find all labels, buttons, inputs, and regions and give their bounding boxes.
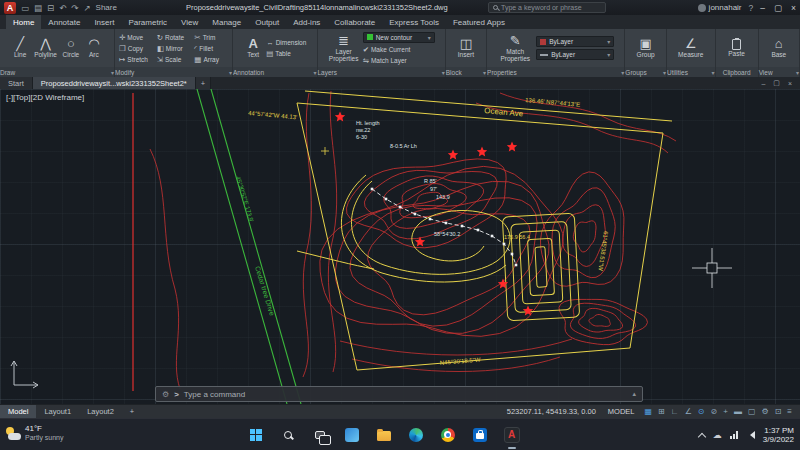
lineweight-dropdown[interactable]: ByLayer ▾ xyxy=(536,49,614,60)
yellow-driveway-loop[interactable] xyxy=(341,175,510,282)
array-tool[interactable]: ▦Array xyxy=(194,55,228,64)
command-history-icon[interactable]: ▴ xyxy=(632,390,636,398)
snap-tracking-icon[interactable]: ⊘ xyxy=(711,407,718,416)
share-label[interactable]: Share xyxy=(96,3,117,12)
command-line[interactable]: ⚙ > Type a command ▴ xyxy=(155,386,643,402)
paste-tool[interactable]: Paste xyxy=(727,39,747,58)
customize-icon[interactable]: ⚙ xyxy=(162,390,169,399)
new-file-icon[interactable]: ▭ xyxy=(21,3,29,13)
share-icon[interactable]: ↗ xyxy=(83,3,90,13)
arc-tool[interactable]: ◠ Arc xyxy=(84,37,104,59)
layout1-tab[interactable]: Layout1 xyxy=(36,405,79,418)
customization-menu-icon[interactable]: ≡ xyxy=(787,407,792,416)
panel-label-view[interactable]: View ▾ xyxy=(759,67,799,77)
move-tool[interactable]: ✛Move xyxy=(119,33,153,42)
layer-dropdown[interactable]: New contour ▾ xyxy=(363,32,435,43)
minimize-button[interactable]: – xyxy=(760,3,765,13)
weather-widget[interactable]: 41°F Partly sunny xyxy=(6,424,64,442)
tray-expand-icon[interactable] xyxy=(698,432,706,440)
tab-featured-apps[interactable]: Featured Apps xyxy=(446,15,512,29)
onedrive-cloud-icon[interactable]: ☁ xyxy=(713,430,722,440)
ortho-icon[interactable]: ∟ xyxy=(671,407,679,416)
panel-label-clipboard[interactable]: Clipboard xyxy=(716,67,758,77)
new-drawing-button[interactable]: + xyxy=(196,77,211,89)
autocad-taskbar-button[interactable]: A xyxy=(500,423,523,446)
tab-start[interactable]: Start xyxy=(0,77,33,89)
redo-icon[interactable]: ↷ xyxy=(71,3,78,13)
viewport-controls-label[interactable]: [-][Top][2D Wireframe] xyxy=(6,93,84,102)
tab-annotate[interactable]: Annotate xyxy=(41,15,87,29)
doc-restore-button[interactable]: ▢ xyxy=(773,79,780,87)
make-current-tool[interactable]: ✔Make Current xyxy=(363,45,435,54)
workspace-gear-icon[interactable]: ⚙ xyxy=(761,407,768,416)
open-file-icon[interactable]: ▤ xyxy=(34,3,42,13)
clock[interactable]: 1:37 PM 3/9/2022 xyxy=(763,426,794,445)
object-snap-icon[interactable]: ⊙ xyxy=(698,407,705,416)
command-input-placeholder[interactable]: Type a command xyxy=(184,390,245,399)
dynamic-input-icon[interactable]: + xyxy=(723,407,728,416)
help-icon[interactable]: ? xyxy=(749,3,754,13)
text-tool[interactable]: A Text xyxy=(243,37,263,59)
tab-output[interactable]: Output xyxy=(248,15,286,29)
green-road-lines[interactable] xyxy=(197,89,301,404)
network-signal-icon[interactable] xyxy=(730,431,738,439)
mirror-tool[interactable]: ◧Mirror xyxy=(157,44,191,53)
match-properties-tool[interactable]: ✎ Match Properties xyxy=(497,34,533,62)
chrome-button[interactable] xyxy=(436,423,459,446)
volume-icon[interactable] xyxy=(746,431,755,439)
widgets-button[interactable] xyxy=(340,423,363,446)
match-layer-tool[interactable]: ⇋Match Layer xyxy=(363,56,435,65)
user-account[interactable]: jonnahair xyxy=(698,3,742,12)
panel-label-groups[interactable]: Groups ▾ xyxy=(625,67,666,77)
panel-label-annotation[interactable]: Annotation ▾ xyxy=(233,67,317,77)
add-layout-button[interactable]: + xyxy=(122,405,142,418)
task-view-button[interactable] xyxy=(308,423,331,446)
tab-manage[interactable]: Manage xyxy=(205,15,248,29)
model-tab[interactable]: Model xyxy=(0,405,36,418)
tab-parametric[interactable]: Parametric xyxy=(121,15,174,29)
grid-icon[interactable]: ▦ xyxy=(645,407,653,416)
autocad-logo-icon[interactable]: A xyxy=(4,2,16,14)
layout2-tab[interactable]: Layout2 xyxy=(79,405,122,418)
undo-icon[interactable]: ↶ xyxy=(59,3,66,13)
panel-label-modify[interactable]: Modify ▾ xyxy=(115,67,232,77)
store-button[interactable] xyxy=(468,423,491,446)
file-explorer-button[interactable] xyxy=(372,423,395,446)
panel-label-properties[interactable]: Properties ▾ xyxy=(487,67,624,77)
annotation-scale-icon[interactable]: ▢ xyxy=(748,407,756,416)
tab-insert[interactable]: Insert xyxy=(87,15,121,29)
object-color-dropdown[interactable]: ByLayer ▾ xyxy=(536,36,614,47)
save-icon[interactable]: ⊟ xyxy=(47,3,54,13)
panel-label-block[interactable]: Block ▾ xyxy=(446,67,486,77)
tab-addins[interactable]: Add-ins xyxy=(286,15,327,29)
circle-tool[interactable]: ○ Circle xyxy=(61,37,81,59)
tab-view[interactable]: View xyxy=(174,15,205,29)
fillet-tool[interactable]: ◜Fillet xyxy=(194,44,228,53)
search-box[interactable]: Type a keyword or phrase xyxy=(488,2,606,13)
doc-close-button[interactable]: × xyxy=(788,80,792,87)
clean-screen-icon[interactable]: ⊡ xyxy=(775,407,782,416)
tab-home[interactable]: Home xyxy=(6,15,41,29)
yellow-boundary[interactable] xyxy=(297,91,672,370)
measure-tool[interactable]: ∠ Measure xyxy=(677,37,704,59)
snap-icon[interactable]: ⊞ xyxy=(658,407,665,416)
dimension-tool[interactable]: ↔Dimension xyxy=(266,38,306,47)
base-view-tool[interactable]: ⌂ Base xyxy=(769,37,789,59)
driveway-centerline[interactable] xyxy=(372,189,516,265)
group-tool[interactable]: ▣ Group xyxy=(636,37,656,59)
panel-label-utilities[interactable]: Utilities ▾ xyxy=(667,67,715,77)
tab-express-tools[interactable]: Express Tools xyxy=(382,15,446,29)
rotate-tool[interactable]: ↻Rotate xyxy=(157,33,191,42)
trim-tool[interactable]: ✂Trim xyxy=(194,33,228,42)
edge-button[interactable] xyxy=(404,423,427,446)
scale-tool[interactable]: ⇲Scale xyxy=(157,55,191,64)
star-markers[interactable] xyxy=(335,112,533,316)
lineweight-icon[interactable]: ▬ xyxy=(734,407,742,416)
tab-active-drawing[interactable]: Proposeddrivewaysit...wski2331352Sheet2* xyxy=(33,77,196,89)
model-space-indicator[interactable]: MODEL xyxy=(602,405,641,418)
line-tool[interactable]: ╱ Line xyxy=(10,37,30,59)
model-space-viewport[interactable]: [-][Top][2D Wireframe] 45°30'52"E xyxy=(0,89,800,404)
table-tool[interactable]: ▤Table xyxy=(266,49,306,58)
copy-tool[interactable]: ❐Copy xyxy=(119,44,153,53)
tab-collaborate[interactable]: Collaborate xyxy=(327,15,382,29)
